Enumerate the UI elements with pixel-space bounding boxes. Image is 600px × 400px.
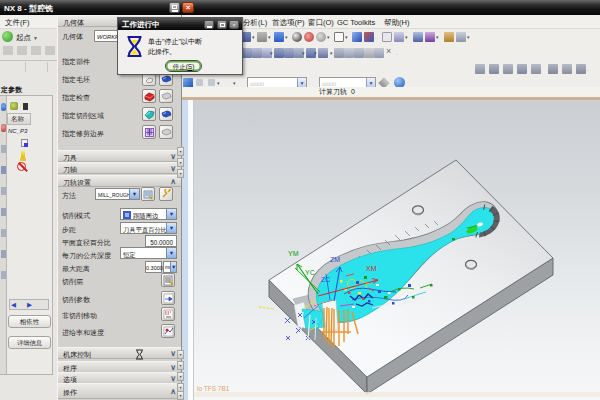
svg-text:ZC: ZC bbox=[321, 276, 330, 283]
svg-text:ZM: ZM bbox=[330, 256, 340, 263]
svg-text:YM: YM bbox=[288, 250, 299, 257]
svg-text:XM: XM bbox=[366, 265, 377, 272]
svg-text:io TFS 7B1: io TFS 7B1 bbox=[197, 385, 230, 392]
svg-text:YC: YC bbox=[305, 269, 315, 276]
